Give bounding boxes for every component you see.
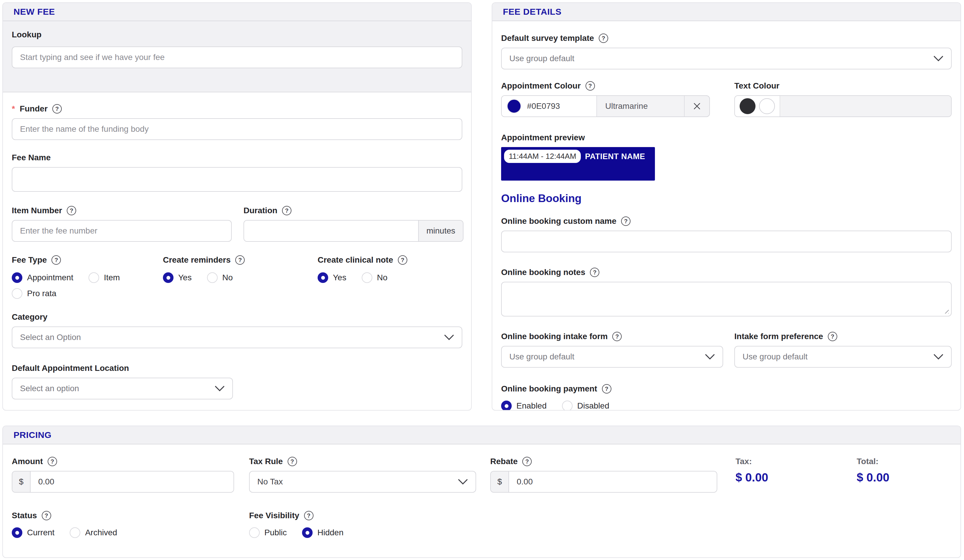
text-colour-black-option[interactable] bbox=[739, 98, 756, 114]
text-colour-picker[interactable] bbox=[734, 95, 952, 117]
help-icon[interactable]: ? bbox=[288, 457, 297, 466]
item-number-input[interactable] bbox=[12, 220, 232, 242]
radio-selected-icon[interactable] bbox=[302, 527, 313, 538]
radio-payment-enabled[interactable]: Enabled bbox=[501, 400, 547, 410]
radio-label: Enabled bbox=[516, 401, 547, 410]
new-fee-panel: NEW FEE Lookup * Funder ? Fee Name Item … bbox=[2, 2, 472, 410]
radio-selected-icon[interactable] bbox=[318, 272, 328, 283]
pricing-panel-title: PRICING bbox=[3, 426, 961, 444]
default-appointment-location-select[interactable]: Select an option bbox=[12, 378, 233, 399]
radio-unselected-icon[interactable] bbox=[207, 272, 218, 283]
fee-type-options: Appointment Item bbox=[12, 272, 163, 283]
radio-label: Yes bbox=[178, 273, 192, 282]
pricing-panel: PRICING Amount ? $ Tax Rule ? No Tax bbox=[2, 426, 961, 558]
help-icon[interactable]: ? bbox=[599, 34, 608, 43]
help-icon[interactable]: ? bbox=[42, 511, 51, 520]
help-icon[interactable]: ? bbox=[602, 384, 611, 394]
radio-unselected-icon[interactable] bbox=[12, 288, 22, 299]
required-asterisk: * bbox=[12, 104, 15, 114]
color-swatch-icon[interactable] bbox=[507, 99, 521, 113]
radio-reminders-no[interactable]: No bbox=[207, 272, 233, 283]
item-number-label: Item Number bbox=[12, 206, 62, 215]
radio-clinical-note-no[interactable]: No bbox=[362, 272, 388, 283]
fee-type-options-row2: Pro rata bbox=[12, 288, 163, 299]
help-icon[interactable]: ? bbox=[612, 332, 622, 341]
status-options: Current Archived bbox=[12, 527, 234, 538]
lookup-input[interactable] bbox=[12, 46, 462, 68]
fee-type-label: Fee Type bbox=[12, 255, 47, 265]
text-colour-white-option[interactable] bbox=[759, 98, 775, 114]
clear-colour-button[interactable] bbox=[684, 96, 709, 116]
help-icon[interactable]: ? bbox=[590, 268, 599, 277]
help-icon[interactable]: ? bbox=[52, 255, 61, 265]
funder-input[interactable] bbox=[12, 118, 462, 140]
ob-custom-name-input[interactable] bbox=[501, 231, 952, 252]
radio-fee-type-item[interactable]: Item bbox=[88, 272, 120, 283]
rebate-label: Rebate bbox=[490, 457, 518, 466]
help-icon[interactable]: ? bbox=[621, 217, 630, 226]
appointment-preview-label: Appointment preview bbox=[501, 133, 952, 142]
help-icon[interactable]: ? bbox=[235, 255, 245, 265]
radio-selected-icon[interactable] bbox=[163, 272, 174, 283]
default-survey-template-select[interactable]: Use group default bbox=[501, 48, 952, 69]
create-clinical-note-label: Create clinical note bbox=[318, 255, 393, 265]
intake-form-preference-label-row: Intake form preference ? bbox=[734, 332, 952, 341]
radio-payment-disabled[interactable]: Disabled bbox=[562, 400, 609, 410]
radio-unselected-icon[interactable] bbox=[88, 272, 99, 283]
item-number-label-row: Item Number ? bbox=[12, 206, 232, 215]
chevron-down-icon bbox=[933, 55, 943, 62]
fee-name-input[interactable] bbox=[12, 167, 462, 192]
appointment-colour-label: Appointment Colour bbox=[501, 81, 581, 91]
help-icon[interactable]: ? bbox=[304, 511, 313, 520]
ob-payment-label: Online booking payment bbox=[501, 384, 597, 394]
help-icon[interactable]: ? bbox=[828, 332, 837, 341]
tax-rule-label-row: Tax Rule ? bbox=[249, 457, 476, 466]
appointment-patient-name: PATIENT NAME bbox=[585, 152, 645, 161]
category-select[interactable]: Select an Option bbox=[12, 326, 462, 348]
radio-label: No bbox=[222, 273, 233, 282]
radio-selected-icon[interactable] bbox=[12, 527, 22, 538]
amount-input[interactable] bbox=[31, 472, 233, 492]
duration-input[interactable] bbox=[244, 221, 418, 241]
radio-unselected-icon[interactable] bbox=[362, 272, 372, 283]
tax-rule-select[interactable]: No Tax bbox=[249, 471, 476, 493]
radio-clinical-note-yes[interactable]: Yes bbox=[318, 272, 347, 283]
intake-form-preference-select[interactable]: Use group default bbox=[734, 346, 952, 368]
help-icon[interactable]: ? bbox=[522, 457, 532, 466]
radio-status-archived[interactable]: Archived bbox=[70, 527, 117, 538]
ob-notes-textarea[interactable] bbox=[501, 282, 952, 316]
fee-name-label: Fee Name bbox=[12, 153, 462, 162]
help-icon[interactable]: ? bbox=[48, 457, 57, 466]
radio-label: Item bbox=[104, 273, 120, 282]
close-icon bbox=[692, 101, 702, 111]
text-colour-empty-area bbox=[780, 96, 951, 116]
ob-payment-options: Enabled Disabled bbox=[501, 400, 952, 410]
radio-fee-type-pro-rata[interactable]: Pro rata bbox=[12, 288, 57, 299]
help-icon[interactable]: ? bbox=[52, 104, 62, 114]
help-icon[interactable]: ? bbox=[586, 81, 595, 91]
appointment-colour-swatch-section[interactable]: #0E0793 bbox=[502, 96, 596, 116]
rebate-input[interactable] bbox=[509, 472, 716, 492]
radio-visibility-hidden[interactable]: Hidden bbox=[302, 527, 344, 538]
radio-label: Public bbox=[264, 528, 287, 537]
help-icon[interactable]: ? bbox=[398, 255, 407, 265]
appointment-colour-picker[interactable]: #0E0793 Ultramarine bbox=[501, 95, 710, 117]
radio-selected-icon[interactable] bbox=[12, 272, 22, 283]
radio-unselected-icon[interactable] bbox=[70, 527, 80, 538]
chevron-down-icon bbox=[458, 479, 468, 485]
grand-total-label: Total: bbox=[857, 457, 952, 466]
radio-visibility-public[interactable]: Public bbox=[249, 527, 287, 538]
amount-label: Amount bbox=[12, 457, 43, 466]
help-icon[interactable]: ? bbox=[282, 206, 291, 215]
help-icon[interactable]: ? bbox=[67, 206, 76, 215]
radio-reminders-yes[interactable]: Yes bbox=[163, 272, 192, 283]
radio-status-current[interactable]: Current bbox=[12, 527, 54, 538]
ob-intake-form-select[interactable]: Use group default bbox=[501, 346, 723, 368]
radio-unselected-icon[interactable] bbox=[562, 400, 573, 410]
create-clinical-note-options: Yes No bbox=[318, 272, 462, 283]
radio-selected-icon[interactable] bbox=[501, 400, 512, 410]
fee-details-panel: FEE DETAILS Default survey template ? Us… bbox=[492, 2, 961, 410]
currency-prefix: $ bbox=[12, 472, 31, 492]
radio-fee-type-appointment[interactable]: Appointment bbox=[12, 272, 73, 283]
radio-unselected-icon[interactable] bbox=[249, 527, 260, 538]
